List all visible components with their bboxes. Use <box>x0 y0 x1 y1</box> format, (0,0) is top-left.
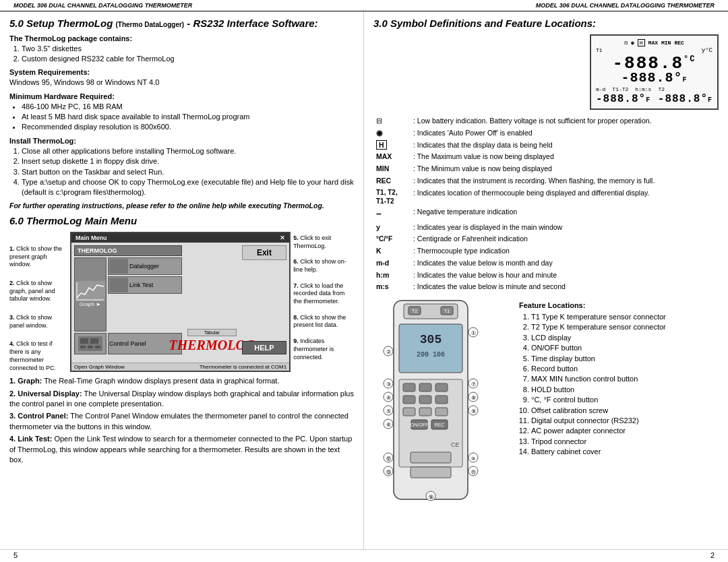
symbol-ms-label: m:s <box>373 281 411 293</box>
svg-rect-52 <box>411 467 451 478</box>
dl-thumb <box>109 259 128 274</box>
menu-screen: Main Menu ✕ THERMOLOG <box>70 232 291 372</box>
symbol-battery-icon: ⊟ <box>373 115 411 127</box>
svg-text:305: 305 <box>420 333 442 346</box>
section-6-title: 6.0 ThermoLog Main Menu <box>9 214 354 228</box>
label-7: 7. Click to load the recorded data from … <box>293 282 354 306</box>
svg-rect-25 <box>419 383 431 392</box>
svg-text:⑤: ⑤ <box>386 408 391 414</box>
symbol-row: MAX : The Maximum value is now being dis… <box>373 151 719 163</box>
symbol-row: MIN : The Minimum value is now being dis… <box>373 163 719 175</box>
svg-text:ON/OFF: ON/OFF <box>411 423 428 427</box>
svg-text:①: ① <box>471 330 476 336</box>
feature-item: Tripod connector <box>531 437 719 447</box>
tabular-btn[interactable]: Tabular <box>187 329 237 336</box>
svg-rect-51 <box>411 452 451 463</box>
feature-item: MAX MIN function control button <box>531 374 719 384</box>
symbol-row: h:m : Indicates the value below is hour … <box>373 270 719 282</box>
symbol-neg-desc: : Negative temperature indication <box>411 206 719 222</box>
label-8: 8. Click to show the present list data. <box>293 314 354 330</box>
left-column: 5.0 Setup ThermoLog (Thermo DataLogger) … <box>0 11 364 549</box>
label-2: 2. Click to show graph, panel and tabula… <box>9 280 67 303</box>
header-left: MODEL 306 DUAL CHANNEL DATALOGGING THERM… <box>13 2 192 9</box>
symbol-table: ⊟ : Low battery indication. Battery volt… <box>373 115 719 293</box>
svg-text:⑦: ⑦ <box>471 381 476 387</box>
cp-thumb <box>74 333 107 354</box>
feature-title: Feature Locations: <box>519 301 719 309</box>
feature-item: ON/OFF button <box>531 343 719 353</box>
device-svg: T2 T1 305 200 106 ① ② <box>373 297 515 506</box>
symbol-auto-desc: : Indicates 'Auto Power Off' is enabled <box>411 127 719 139</box>
lcd-icon-auto: ◉ <box>631 40 634 46</box>
right-labels: 5. Click to exit ThermoLog. 6. Click to … <box>293 232 354 372</box>
list-item: Start button on the Taskbar and select R… <box>22 167 354 177</box>
list-item: 486-100 MHz PC, 16 MB RAM <box>22 102 354 112</box>
symbol-min-desc: : The Minimum value is now being display… <box>411 163 719 175</box>
svg-text:⑪: ⑪ <box>471 470 476 474</box>
lcd-display: ⊟ ◉ H MAX MIN REC T1 y°C -888.8°C -888.8… <box>590 34 719 111</box>
center-logo-area: Tabular THERMOLOG <box>185 243 239 357</box>
symbol-cf-desc: : Centigrade or Fahrenheit indication <box>411 233 719 245</box>
svg-rect-31 <box>419 408 431 416</box>
symbol-hold-icon: H <box>373 139 411 152</box>
datalogger-btn[interactable]: Datalogger <box>129 263 159 270</box>
symbol-k-desc: : Thermocouple type indication <box>411 245 719 257</box>
feature-item: T1 Type K temperature sensor connector <box>531 312 719 322</box>
graph-btn-label[interactable]: Graph ► <box>80 301 101 307</box>
symbol-min-label: MIN <box>373 163 411 175</box>
help-btn[interactable]: HELP <box>242 341 286 354</box>
svg-text:④: ④ <box>386 395 391 401</box>
symbol-hm-desc: : Indicates the value below is hour and … <box>411 270 719 282</box>
svg-text:⑩: ⑩ <box>471 456 475 461</box>
feature-item: LCD display <box>531 333 719 343</box>
svg-rect-27 <box>403 396 415 404</box>
feature-item: Record button <box>531 364 719 374</box>
list-item: At least 5 MB hard disk space available … <box>22 112 354 122</box>
symbol-k-label: K <box>373 245 411 257</box>
svg-text:T1: T1 <box>444 309 450 313</box>
svg-rect-30 <box>403 408 415 416</box>
lcd-icon-hold: H <box>638 39 645 46</box>
lcd-label-rec: REC <box>674 40 684 46</box>
symbol-row: m-d : Indicates the value below is month… <box>373 257 719 270</box>
label-3: 3. Click to show panel window. <box>9 314 67 330</box>
symbol-row: y : Indicates year is displayed in the m… <box>373 222 719 234</box>
svg-text:⑭: ⑭ <box>429 495 433 499</box>
right-btn-group: Datalogger Link Test <box>108 257 182 332</box>
lcd-label-t1t2: T1-T2 <box>612 86 628 92</box>
page-number-right: 2 <box>710 551 715 559</box>
symbol-hm-label: h:m <box>373 270 411 282</box>
right-column: 3.0 Symbol Definitions and Feature Locat… <box>364 11 728 549</box>
svg-text:⑨: ⑨ <box>471 408 476 414</box>
screen-close: ✕ <box>280 235 285 241</box>
label-6: 6. Click to show on-line help. <box>293 258 354 274</box>
hardware-list: 486-100 MHz PC, 16 MB RAM At least 5 MB … <box>22 102 354 133</box>
feature-locations: Feature Locations: T1 Type K temperature… <box>519 297 719 507</box>
svg-rect-24 <box>403 383 415 392</box>
svg-text:REC: REC <box>435 423 445 427</box>
page-footer: 5 2 <box>0 549 728 562</box>
btn-row: Graph ► Datalogger Link Tes <box>74 257 182 332</box>
status-left: Open Graph Window <box>74 364 125 370</box>
linktest-btn[interactable]: Link Test <box>129 282 153 288</box>
section-4: 4. Link Test: Open the Link Test window … <box>9 434 354 465</box>
page: MODEL 306 DUAL CHANNEL DATALOGGING THERM… <box>0 0 728 562</box>
svg-text:③: ③ <box>386 381 391 387</box>
system-req-section: System Requirements: Windows 95, Windows… <box>9 68 354 88</box>
exit-btn[interactable]: Exit <box>242 245 286 260</box>
section-1: 1. Graph: The Real-Time Graph window dis… <box>9 376 354 386</box>
symbol-row: H : Indicates that the display data is b… <box>373 139 719 152</box>
screen-title: Main Menu <box>75 235 107 241</box>
symbol-neg-label: – <box>373 206 411 222</box>
svg-text:⑧: ⑧ <box>471 395 476 401</box>
symbol-row: m:s : Indicates the value below is minut… <box>373 281 719 293</box>
lcd-icons-row: ⊟ ◉ H MAX MIN REC <box>596 39 712 46</box>
lcd-bottom-labels: m-d T1-T2 h:m:s T2 <box>596 86 712 92</box>
feature-item: °C, °F control button <box>531 395 719 405</box>
system-req-title: System Requirements: <box>9 68 354 76</box>
label-1: 1. Click to show the present graph windo… <box>9 245 67 269</box>
symbol-y-label: y <box>373 222 411 234</box>
symbol-t1t2-label: T1, T2,T1-T2 <box>373 187 411 206</box>
svg-text:⑬: ⑬ <box>386 470 391 474</box>
bottom-btn-row: Control Panel <box>74 333 182 354</box>
